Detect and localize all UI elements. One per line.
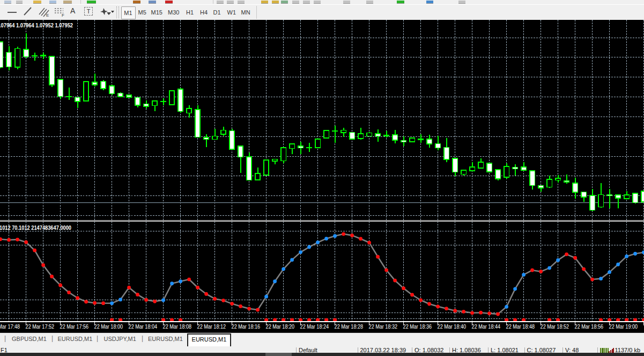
svg-text:E: E (46, 13, 49, 18)
svg-text:22 Mar 18:24: 22 Mar 18:24 (300, 324, 329, 330)
svg-text:F: F (62, 13, 64, 18)
svg-text:22 Mar 17:48: 22 Mar 17:48 (0, 324, 20, 330)
svg-text:22 Mar 17:52: 22 Mar 17:52 (26, 324, 55, 330)
svg-text:22 Mar 18:32: 22 Mar 18:32 (369, 324, 398, 330)
svg-text:22 Mar 18:48: 22 Mar 18:48 (506, 324, 535, 330)
svg-text:22 Mar 18:16: 22 Mar 18:16 (232, 324, 261, 330)
svg-text:22 Mar 18:04: 22 Mar 18:04 (129, 324, 158, 330)
svg-text:22 Mar 18:20: 22 Mar 18:20 (266, 324, 295, 330)
svg-text:22 Mar 18:08: 22 Mar 18:08 (163, 324, 192, 330)
svg-text:1012 70.1012 2147483647.0000: 1012 70.1012 2147483647.0000 (0, 224, 71, 231)
svg-text:22 Mar 18:36: 22 Mar 18:36 (403, 324, 432, 330)
svg-text:22 Mar 18:12: 22 Mar 18:12 (197, 324, 226, 330)
svg-text:22 Mar 18:28: 22 Mar 18:28 (335, 324, 364, 330)
svg-text:22 Mar 18:52: 22 Mar 18:52 (541, 324, 569, 330)
svg-text:22 Mar 19:00: 22 Mar 19:00 (609, 324, 638, 330)
svg-text:22 Mar 18:44: 22 Mar 18:44 (472, 324, 501, 330)
svg-text:22 Mar 17:56: 22 Mar 17:56 (60, 324, 89, 330)
svg-text:22 Mar 18:00: 22 Mar 18:00 (94, 324, 123, 330)
svg-text:.07964 1.07964 1.07952 1.07952: .07964 1.07964 1.07952 1.07952 (0, 22, 73, 28)
svg-text:22 Mar 18:40: 22 Mar 18:40 (438, 324, 467, 330)
svg-text:22 Mar 18:56: 22 Mar 18:56 (575, 324, 604, 330)
